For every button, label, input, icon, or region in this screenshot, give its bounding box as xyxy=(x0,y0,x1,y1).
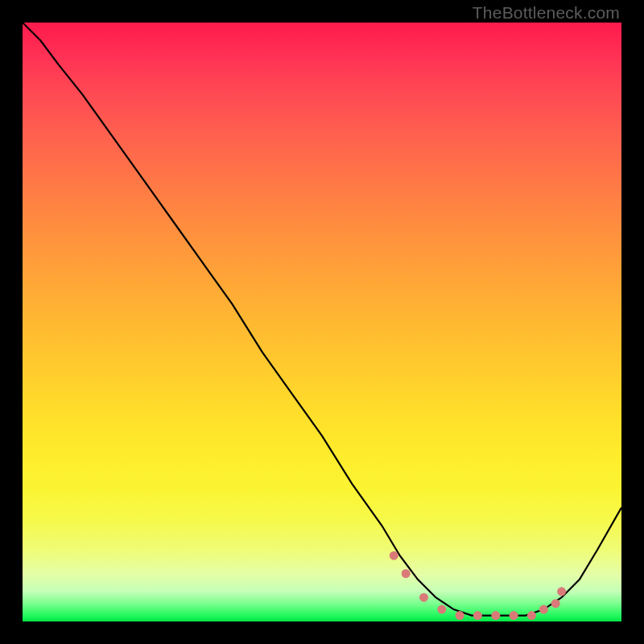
watermark-text: TheBottleneck.com xyxy=(473,3,620,23)
highlight-dot xyxy=(456,611,464,620)
plot-area xyxy=(23,23,621,621)
highlight-dot xyxy=(557,587,566,596)
bottleneck-curve-path xyxy=(23,23,621,616)
highlight-dot xyxy=(419,593,428,602)
highlight-dot xyxy=(402,569,411,578)
highlight-dot xyxy=(527,611,536,620)
highlight-dot xyxy=(390,551,398,560)
highlight-dot xyxy=(437,605,446,614)
highlight-markers xyxy=(390,551,566,620)
chart-frame: TheBottleneck.com xyxy=(0,0,644,644)
curve-svg xyxy=(23,23,621,621)
highlight-dot xyxy=(491,611,500,620)
highlight-dot xyxy=(473,611,482,620)
highlight-dot xyxy=(539,605,548,614)
highlight-dot xyxy=(510,611,518,620)
highlight-dot xyxy=(551,599,560,608)
